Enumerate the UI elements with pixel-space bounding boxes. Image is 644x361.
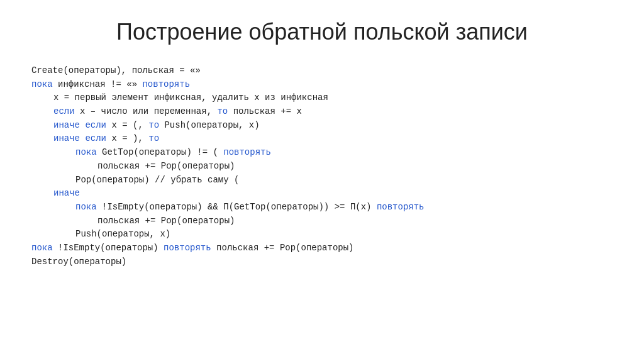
keyword: повторять xyxy=(223,147,271,157)
code-text: x = ), xyxy=(106,133,148,143)
code-text: !IsEmpty(операторы) && П(GetTop(оператор… xyxy=(97,202,377,212)
code-text: польская += Pop(операторы) xyxy=(97,161,235,171)
code-text: !IsEmpty(операторы) xyxy=(53,243,164,253)
code-text: польская += Pop(операторы) xyxy=(97,216,235,226)
keyword: иначе xyxy=(53,188,80,198)
code-line-6: иначе если x = ), то xyxy=(31,132,613,146)
code-line-13: Push(операторы, x) xyxy=(31,228,613,242)
keyword: повторять xyxy=(377,202,425,212)
code-line-2: пока инфиксная != «» повторять xyxy=(31,78,613,92)
code-line-14: пока !IsEmpty(операторы) повторять польс… xyxy=(31,242,613,255)
code-line-12: польская += Pop(операторы) xyxy=(31,214,613,228)
keyword: повторять xyxy=(142,79,190,89)
keyword: пока xyxy=(75,147,97,157)
keyword: то xyxy=(217,106,228,116)
code-block: Create(операторы), польская = «» пока ин… xyxy=(31,64,613,269)
code-text: x = (, xyxy=(106,120,148,130)
keyword: пока xyxy=(75,202,97,212)
code-text: Destroy(операторы) xyxy=(31,257,126,267)
code-line-3: x = первый элемент инфиксная, удалить x … xyxy=(31,91,613,105)
code-line-9: Pop(операторы) // убрать саму ( xyxy=(31,174,613,187)
code-text: Create(операторы), польская = «» xyxy=(31,65,201,75)
code-text: x = первый элемент инфиксная, удалить x … xyxy=(53,92,328,103)
code-text: x – число или переменная, xyxy=(75,106,218,116)
code-text: инфиксная != «» xyxy=(53,79,143,89)
keyword: то xyxy=(148,120,159,130)
code-line-10: иначе xyxy=(31,187,613,201)
keyword: иначе если xyxy=(53,133,106,143)
keyword: если xyxy=(53,106,75,116)
code-text: польская += Pop(операторы) xyxy=(211,243,354,253)
code-line-7: пока GetTop(операторы) != ( повторять xyxy=(31,146,613,160)
keyword: то xyxy=(148,133,159,143)
keyword: пока xyxy=(31,79,53,89)
code-line-15: Destroy(операторы) xyxy=(31,255,613,269)
code-text: Push(операторы, x) xyxy=(75,229,170,239)
page: Построение обратной польской записи Crea… xyxy=(0,0,644,361)
code-line-1: Create(операторы), польская = «» xyxy=(31,64,613,78)
code-line-5: иначе если x = (, то Push(операторы, x) xyxy=(31,119,613,133)
code-line-11: пока !IsEmpty(операторы) && П(GetTop(опе… xyxy=(31,201,613,214)
code-line-4: если x – число или переменная, то польск… xyxy=(31,105,613,119)
code-text: Push(операторы, x) xyxy=(159,120,260,130)
code-line-8: польская += Pop(операторы) xyxy=(31,160,613,174)
code-text: GetTop(операторы) != ( xyxy=(97,147,224,157)
keyword: иначе если xyxy=(53,120,106,130)
page-title: Построение обратной польской записи xyxy=(31,19,613,45)
code-text: Pop(операторы) // убрать саму ( xyxy=(75,175,239,185)
keyword: пока xyxy=(31,243,53,253)
keyword: повторять xyxy=(164,243,211,253)
code-text: польская += x xyxy=(228,106,302,116)
